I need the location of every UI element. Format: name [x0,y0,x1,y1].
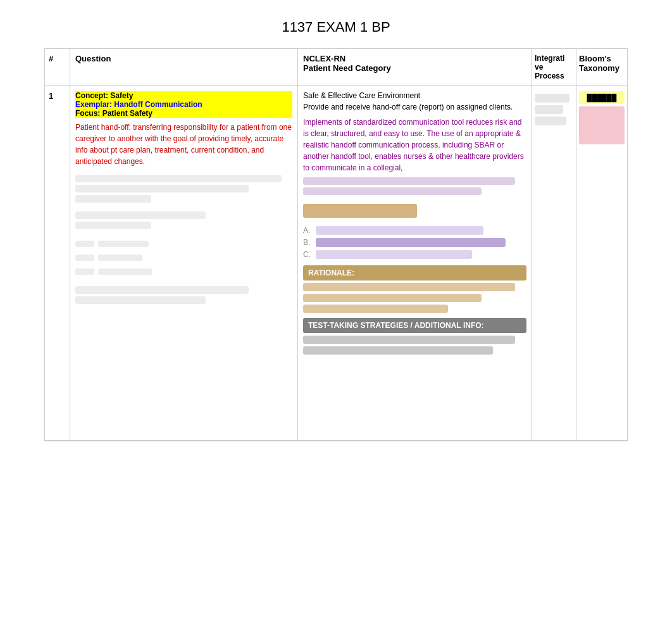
answer-options: A. B. C. [303,226,526,259]
nclex-rationale-intro: Implements of standardized communication… [303,117,526,173]
option-b-bar [316,238,506,247]
rationale-section: RATIONALE: TEST-TAKING STRATEGIES / ADDI… [303,265,526,355]
concept-label: Concept: Safety [75,91,292,100]
bloom-level: ██████ [579,91,625,104]
table-row: 1 Concept: Safety Exemplar: Handoff Comm… [45,86,627,441]
focus-label: Focus: Patient Safety [75,109,292,118]
row-nclex-content: Safe & Effective Care Environment Provid… [298,86,532,440]
header-question: Question [70,49,298,85]
rationale-header: RATIONALE: [303,265,526,281]
header-nclex-line2: Patient Need Category [303,63,391,73]
patient-handoff-description: Patient hand-off: transferring responsib… [75,122,292,167]
row-bloom-content: ██████ [576,86,627,440]
row-integrative-content [532,86,576,440]
table-header: # Question NCLEX-RN Patient Need Categor… [45,49,627,86]
nclex-subcategory: Provide and receive hand-off care (repor… [303,103,526,111]
header-nclex-line1: NCLEX-RN [303,54,345,63]
header-bloom: Bloom's Taxonomy [576,49,627,85]
strategies-header: TEST-TAKING STRATEGIES / ADDITIONAL INFO… [303,318,526,333]
option-c-bar [316,250,472,259]
exam-table: # Question NCLEX-RN Patient Need Categor… [44,48,628,441]
exemplar-label: Exemplar: Handoff Communication [75,100,292,109]
answer-highlight-bar [303,204,417,218]
page-title: 1137 EXAM 1 BP [0,19,672,35]
option-a-bar [316,226,483,235]
row-number: 1 [45,86,70,440]
bloom-image [579,106,625,144]
header-nclex: NCLEX-RN Patient Need Category [298,49,532,85]
nclex-category: Safe & Effective Care Environment [303,91,526,100]
header-num: # [45,49,70,85]
row-question-content: Concept: Safety Exemplar: Handoff Commun… [70,86,298,440]
header-integrative: Integrati ve Process [532,49,576,85]
